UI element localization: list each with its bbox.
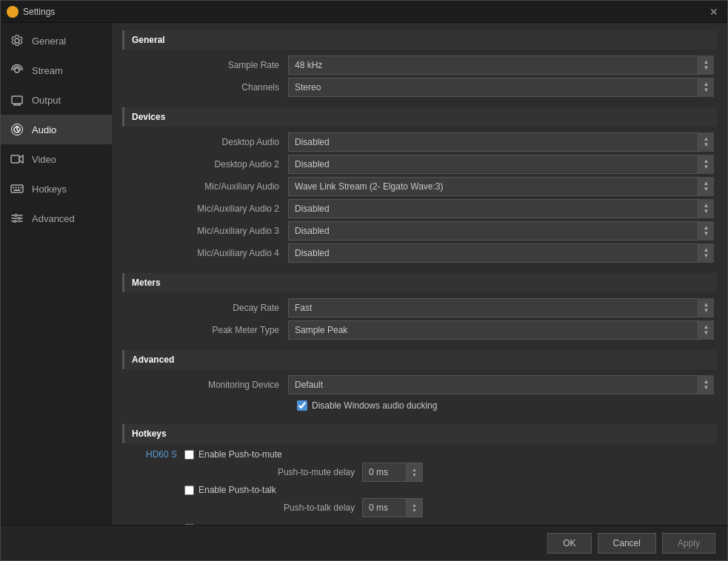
decay-rate-row: Decay Rate Fast Medium Slow ▲ ▼: [122, 298, 717, 318]
mic-aux-audio2-select[interactable]: Disabled: [288, 199, 714, 218]
channels-row: Channels Mono Stereo ▲ ▼: [122, 78, 717, 97]
sample-rate-row: Sample Rate 44.1 kHz 48 kHz ▲ ▼: [122, 56, 717, 75]
audio-icon: [10, 122, 24, 137]
peak-meter-label: Peak Meter Type: [125, 325, 288, 335]
sidebar-item-advanced[interactable]: Advanced: [1, 204, 112, 233]
hd60s-enable-push-mute: Enable Push-to-mute: [184, 449, 282, 460]
mic-aux-audio3-select[interactable]: Disabled: [288, 221, 714, 241]
hd60s-push-talk-checkbox[interactable]: [184, 486, 194, 495]
svg-rect-8: [18, 187, 19, 189]
hd60s-push-talk-delay-label: Push-to-talk delay: [184, 503, 362, 513]
sample-rate-select[interactable]: 44.1 kHz 48 kHz: [288, 56, 714, 75]
sidebar-item-output[interactable]: Output: [1, 85, 112, 115]
sidebar-item-stream[interactable]: Stream: [1, 56, 112, 85]
hd60s-push-mute-label: Enable Push-to-mute: [198, 449, 282, 460]
settings-window: Settings ✕ General: [0, 0, 728, 561]
desktop-audio2-row: Desktop Audio 2 Disabled ▲ ▼: [122, 155, 717, 174]
meters-section-header: Meters: [122, 273, 717, 292]
advanced-section: Advanced Monitoring Device Default ▲ ▼: [122, 350, 717, 414]
mic-aux-audio2-row: Mic/Auxiliary Audio 2 Disabled ▲ ▼: [122, 199, 717, 218]
sidebar-label-advanced: Advanced: [32, 213, 75, 224]
mic-aux-audio3-select-wrapper[interactable]: Disabled ▲ ▼: [288, 221, 714, 241]
hd60s-push-talk-delay-row: Push-to-talk delay ▲ ▼: [122, 498, 717, 517]
svg-rect-4: [11, 155, 19, 163]
audio-ducking-checkbox[interactable]: [297, 400, 307, 411]
mic-aux-audio-select-wrapper[interactable]: Wave Link Stream (2- Elgato Wave:3) ▲ ▼: [288, 177, 714, 196]
sidebar-label-video: Video: [32, 154, 56, 165]
monitoring-device-select-wrapper[interactable]: Default ▲ ▼: [288, 375, 714, 394]
mic-aux-audio4-select-wrapper[interactable]: Disabled ▲ ▼: [288, 243, 714, 263]
output-icon: [10, 93, 24, 107]
sidebar-item-video[interactable]: Video: [1, 144, 112, 174]
svg-rect-5: [11, 185, 23, 192]
hd60s-push-mute-delay-input[interactable]: [362, 463, 407, 482]
hd60s-push-talk-delay-spinner[interactable]: ▲ ▼: [407, 498, 423, 517]
mic-aux-audio2-select-wrapper[interactable]: Disabled ▲ ▼: [288, 199, 714, 218]
devices-section-header: Devices: [122, 107, 717, 127]
sidebar-label-output: Output: [32, 95, 61, 106]
sidebar-label-stream: Stream: [32, 65, 63, 76]
advanced-section-header: Advanced: [122, 350, 717, 369]
desktop-audio2-select-wrapper[interactable]: Disabled ▲ ▼: [288, 155, 714, 174]
advanced-icon: [10, 211, 24, 226]
mic-aux-audio-row: Mic/Auxiliary Audio Wave Link Stream (2-…: [122, 177, 717, 196]
peak-meter-row: Peak Meter Type Sample Peak True Peak ▲ …: [122, 320, 717, 340]
monitoring-device-select[interactable]: Default: [288, 375, 714, 394]
sample-rate-select-wrapper[interactable]: 44.1 kHz 48 kHz ▲ ▼: [288, 56, 714, 75]
hotkeys-section-header: Hotkeys: [122, 424, 717, 443]
hd60s-push-talk-label: Enable Push-to-talk: [198, 485, 276, 495]
channels-label: Channels: [125, 82, 288, 93]
mic-aux-audio-select[interactable]: Wave Link Stream (2- Elgato Wave:3): [288, 177, 714, 196]
ok-button[interactable]: OK: [547, 533, 591, 554]
mic-aux-audio4-select[interactable]: Disabled: [288, 243, 714, 263]
hd60s-push-talk-delay-wrap: ▲ ▼: [362, 498, 717, 517]
channels-select-wrapper[interactable]: Mono Stereo ▲ ▼: [288, 78, 714, 97]
monitoring-device-label: Monitoring Device: [125, 380, 288, 390]
bottom-bar: OK Cancel Apply: [1, 525, 727, 560]
svg-rect-7: [16, 187, 17, 189]
hotkeys-icon: [10, 181, 24, 196]
sidebar-label-audio: Audio: [32, 124, 56, 135]
window-title: Settings: [23, 7, 707, 17]
svg-point-13: [14, 221, 16, 223]
peak-meter-select-wrapper[interactable]: Sample Peak True Peak ▲ ▼: [288, 320, 714, 340]
apply-button[interactable]: Apply: [662, 533, 715, 554]
hd60s-push-mute-checkbox[interactable]: [184, 450, 194, 460]
hd60s-push-mute-delay-label: Push-to-mute delay: [184, 467, 362, 477]
channels-select[interactable]: Mono Stereo: [288, 78, 714, 97]
hd60s-push-mute-delay-spinner[interactable]: ▲ ▼: [407, 463, 423, 482]
gear-icon: [10, 33, 24, 48]
video-icon: [10, 152, 24, 167]
decay-rate-select[interactable]: Fast Medium Slow: [288, 298, 714, 318]
sidebar-item-hotkeys[interactable]: Hotkeys: [1, 174, 112, 204]
hd60s-push-mute-row: HD60 S Enable Push-to-mute: [122, 449, 717, 460]
app-icon: [7, 6, 19, 18]
sidebar-label-general: General: [32, 36, 66, 47]
cancel-button[interactable]: Cancel: [598, 533, 656, 554]
sidebar-label-hotkeys: Hotkeys: [32, 184, 67, 195]
desktop-audio2-select[interactable]: Disabled: [288, 155, 714, 174]
audio-ducking-row: Disable Windows audio ducking: [122, 397, 717, 414]
sidebar-item-audio[interactable]: Audio: [1, 115, 112, 144]
sidebar-item-general[interactable]: General: [1, 26, 112, 56]
desktop-audio-select[interactable]: Disabled: [288, 132, 714, 152]
decay-rate-label: Decay Rate: [125, 303, 288, 313]
desktop-audio2-label: Desktop Audio 2: [125, 159, 288, 169]
mic-aux-audio4-label: Mic/Auxiliary Audio 4: [125, 248, 288, 258]
hd60s-push-talk-delay-input[interactable]: [362, 498, 407, 517]
main-content: General Stream: [1, 23, 727, 525]
desktop-audio-label: Desktop Audio: [125, 137, 288, 147]
mic-aux-audio2-label: Mic/Auxiliary Audio 2: [125, 204, 288, 214]
hd60s-device-label: HD60 S: [125, 449, 184, 460]
decay-rate-select-wrapper[interactable]: Fast Medium Slow ▲ ▼: [288, 298, 714, 318]
general-section: General Sample Rate 44.1 kHz 48 kHz ▲ ▼: [122, 30, 717, 97]
close-button[interactable]: ✕: [707, 4, 721, 19]
sample-rate-label: Sample Rate: [125, 60, 288, 70]
desktop-audio-select-wrapper[interactable]: Disabled ▲ ▼: [288, 132, 714, 152]
hotkeys-section: Hotkeys HD60 S Enable Push-to-mute Push-…: [122, 424, 717, 525]
peak-meter-select[interactable]: Sample Peak True Peak: [288, 320, 714, 340]
stream-icon: [10, 63, 24, 78]
svg-rect-9: [21, 187, 22, 189]
devices-section: Devices Desktop Audio Disabled ▲ ▼ De: [122, 107, 717, 263]
svg-rect-1: [12, 96, 22, 104]
